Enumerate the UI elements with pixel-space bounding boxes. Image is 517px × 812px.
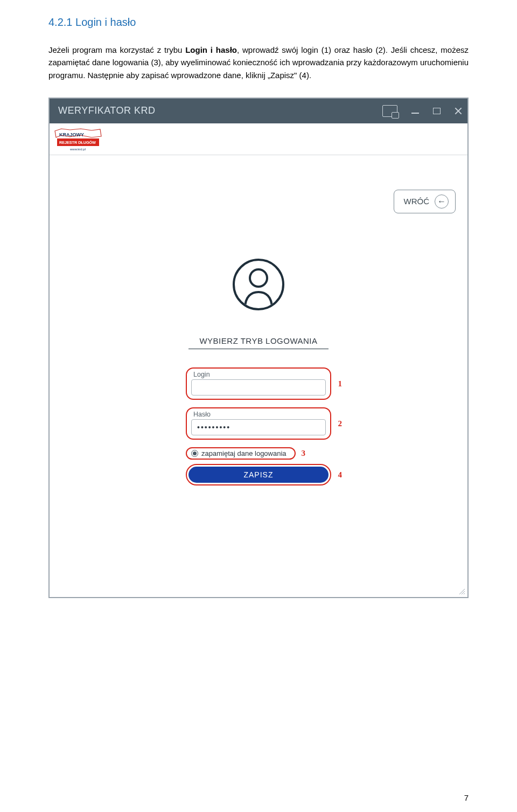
instruction-paragraph: Jeżeli program ma korzystać z trybu Logi… bbox=[48, 44, 469, 81]
maximize-icon[interactable] bbox=[433, 108, 441, 114]
annotation-2: 2 bbox=[338, 419, 343, 428]
login-field-group: Login 1 bbox=[186, 367, 331, 400]
krd-logo: KRAJOWY REJESTR DŁUGÓW www.krd.pl bbox=[54, 127, 103, 152]
close-icon[interactable] bbox=[455, 107, 462, 115]
resize-handle-icon[interactable] bbox=[458, 587, 465, 595]
svg-text:www.krd.pl: www.krd.pl bbox=[69, 148, 86, 151]
settings-panel-icon[interactable] bbox=[382, 105, 397, 117]
page-number: 7 bbox=[464, 793, 469, 802]
window-titlebar: WERYFIKATOR KRD bbox=[50, 99, 467, 123]
mode-select-underline[interactable] bbox=[188, 349, 329, 349]
password-label: Hasło bbox=[193, 411, 326, 418]
svg-text:REJESTR DŁUGÓW: REJESTR DŁUGÓW bbox=[59, 140, 96, 145]
annotation-3: 3 bbox=[302, 449, 306, 458]
login-form: WYBIERZ TRYB LOGOWANIA Login 1 Hasło •••… bbox=[59, 259, 458, 485]
user-avatar-icon bbox=[233, 259, 284, 310]
minimize-icon[interactable] bbox=[411, 108, 419, 114]
content-area: WRÓĆ WYBIERZ TRYB LOGOWANIA Login 1 Hasł… bbox=[50, 155, 467, 597]
save-button[interactable]: ZAPISZ bbox=[188, 467, 329, 483]
remember-credentials-toggle[interactable]: zapamiętaj dane logowania 3 bbox=[186, 447, 296, 460]
back-button[interactable]: WRÓĆ bbox=[394, 190, 456, 213]
annotation-4: 4 bbox=[338, 470, 343, 479]
radio-icon bbox=[191, 450, 198, 457]
back-button-label: WRÓĆ bbox=[404, 197, 430, 206]
save-button-group: ZAPISZ 4 bbox=[186, 464, 331, 485]
svg-text:KRAJOWY: KRAJOWY bbox=[59, 132, 84, 137]
mode-select-label: WYBIERZ TRYB LOGOWANIA bbox=[199, 336, 317, 345]
paragraph-pre: Jeżeli program ma korzystać z trybu bbox=[48, 45, 185, 54]
remember-label: zapamiętaj dane logowania bbox=[201, 449, 287, 457]
svg-line-6 bbox=[464, 593, 465, 594]
password-field-group: Hasło ••••••••• 2 bbox=[186, 407, 331, 440]
logo-bar: KRAJOWY REJESTR DŁUGÓW www.krd.pl bbox=[50, 123, 467, 155]
app-window-screenshot: WERYFIKATOR KRD KRAJOWY REJESTR DŁUGÓW w… bbox=[48, 98, 469, 598]
back-arrow-icon bbox=[435, 195, 449, 209]
window-title: WERYFIKATOR KRD bbox=[58, 105, 156, 116]
section-heading: 4.2.1 Login i hasło bbox=[48, 16, 469, 29]
login-input[interactable] bbox=[191, 379, 326, 395]
password-input[interactable]: ••••••••• bbox=[191, 419, 326, 435]
annotation-1: 1 bbox=[338, 379, 343, 388]
paragraph-bold: Login i hasło bbox=[185, 45, 237, 54]
login-label: Login bbox=[193, 371, 326, 378]
